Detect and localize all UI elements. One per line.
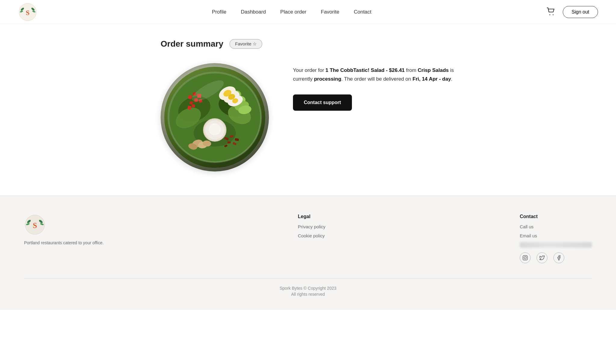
favorite-badge-button[interactable]: Favorite ☆	[229, 39, 262, 49]
nav-favorite[interactable]: Favorite	[321, 9, 339, 15]
blurred-email-row	[520, 242, 592, 248]
order-item-bold: 1 The CobbTastic! Salad - $26.41	[325, 67, 405, 73]
svg-point-34	[209, 123, 221, 135]
svg-rect-30	[187, 106, 192, 110]
footer-legal-links: Privacy policy Cookie policy	[298, 224, 325, 239]
svg-rect-31	[192, 104, 195, 107]
logo[interactable]: S	[18, 2, 37, 22]
svg-text:S: S	[33, 221, 37, 230]
nav-profile[interactable]: Profile	[212, 9, 226, 15]
order-date: Fri, 14 Apr - day	[413, 76, 451, 82]
order-status: processing	[314, 76, 341, 82]
order-info: Your order for 1 The CobbTastic! Salad -…	[293, 63, 455, 111]
order-text-end: .	[451, 76, 452, 82]
footer-contact: Contact Call us Email us	[520, 214, 592, 263]
email-us-link[interactable]: Email us	[520, 233, 537, 238]
logo-icon: S	[18, 2, 37, 22]
instagram-icon[interactable]	[520, 252, 531, 263]
nav-place-order[interactable]: Place order	[280, 9, 306, 15]
contact-support-button[interactable]: Contact support	[293, 94, 352, 111]
footer-brand: S Portland restaurants catered to your o…	[24, 214, 103, 263]
order-image	[161, 63, 269, 171]
footer-tagline: Portland restaurants catered to your off…	[24, 240, 103, 245]
nav-right: Sign out	[546, 6, 598, 18]
footer-legal: Legal Privacy policy Cookie policy	[298, 214, 325, 263]
facebook-icon[interactable]	[553, 252, 564, 263]
social-icons	[520, 252, 592, 263]
twitter-icon[interactable]	[537, 252, 547, 263]
order-restaurant: Crisp Salads	[418, 67, 449, 73]
footer-bottom: Spork Bytes © Copyright 2023 All rights …	[24, 278, 592, 297]
salad-bowl	[161, 63, 269, 171]
svg-text:S: S	[26, 9, 29, 16]
svg-rect-53	[523, 256, 527, 260]
page-header: Order summary Favorite ☆	[161, 39, 455, 49]
navbar: S Profile Dashboard Place order Favorite…	[0, 0, 616, 24]
svg-rect-42	[227, 141, 231, 143]
svg-point-6	[550, 14, 550, 15]
footer-logo-icon: S	[24, 214, 46, 236]
order-text-mid3: . The order will be delivered on	[341, 76, 413, 82]
privacy-policy-link[interactable]: Privacy policy	[298, 224, 325, 229]
svg-point-54	[524, 257, 526, 259]
order-text-prefix: Your order for	[293, 67, 325, 73]
footer-contact-heading: Contact	[520, 214, 592, 219]
order-text: Your order for 1 The CobbTastic! Salad -…	[293, 66, 455, 84]
nav-contact[interactable]: Contact	[354, 9, 371, 15]
svg-point-7	[553, 14, 554, 15]
cart-icon[interactable]	[546, 7, 556, 17]
page-title: Order summary	[161, 39, 223, 49]
sign-out-button[interactable]: Sign out	[563, 6, 598, 18]
nav-dashboard[interactable]: Dashboard	[241, 9, 266, 15]
call-us-link[interactable]: Call us	[520, 224, 534, 229]
footer-contact-links: Call us Email us	[520, 224, 592, 239]
footer: S Portland restaurants catered to your o…	[0, 196, 616, 310]
order-text-mid1: from	[405, 67, 417, 73]
footer-top: S Portland restaurants catered to your o…	[24, 214, 592, 263]
salad-inner	[164, 67, 265, 168]
footer-legal-heading: Legal	[298, 214, 325, 219]
svg-point-55	[526, 256, 527, 257]
all-rights-text: All rights reserved	[24, 292, 592, 297]
nav-links: Profile Dashboard Place order Favorite C…	[212, 9, 371, 15]
copyright-text: Spork Bytes © Copyright 2023	[24, 286, 592, 291]
salad-illustration	[164, 67, 265, 168]
main-content: Order summary Favorite ☆	[143, 24, 473, 196]
order-content: Your order for 1 The CobbTastic! Salad -…	[161, 63, 455, 171]
cookie-policy-link[interactable]: Cookie policy	[298, 233, 325, 238]
